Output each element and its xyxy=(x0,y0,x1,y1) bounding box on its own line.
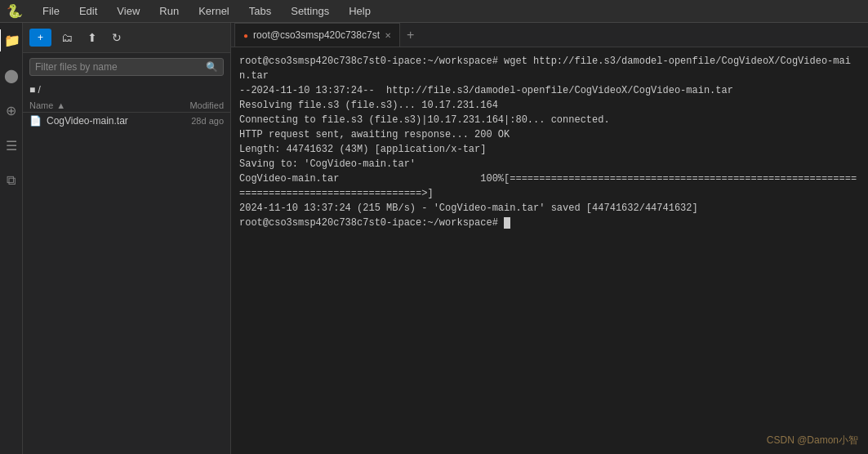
terminal-line: Length: 44741632 (43M) [application/x-ta… xyxy=(239,142,860,157)
extension-icon[interactable]: ⊕ xyxy=(2,100,20,122)
terminal-area: ● root@cso3smsp420c738c7st ✕ + root@cso3… xyxy=(231,23,868,454)
terminal-content[interactable]: root@cso3smsp420c738c7st0-ipace:~/worksp… xyxy=(231,47,868,454)
icon-bar: 📁 ⬤ ⊕ ☰ ⧉ xyxy=(0,23,23,454)
refresh-button[interactable]: ↻ xyxy=(107,28,127,47)
menu-settings[interactable]: Settings xyxy=(287,3,332,19)
file-name-label: CogVideo-main.tar xyxy=(47,115,158,127)
menu-edit[interactable]: Edit xyxy=(76,3,100,19)
puzzle-icon[interactable]: ⧉ xyxy=(3,170,19,191)
file-modified-label: 28d ago xyxy=(158,116,224,126)
terminal-cursor xyxy=(504,217,510,229)
search-input[interactable] xyxy=(35,61,206,73)
menu-bar: 🐍 File Edit View Run Kernel Tabs Setting… xyxy=(0,0,868,23)
tab-terminal-icon: ● xyxy=(243,31,248,40)
files-icon[interactable]: 📁 xyxy=(0,29,24,51)
col-name-header: Name ▲ xyxy=(29,100,158,110)
watermark: CSDN @Damon小智 xyxy=(767,434,858,447)
search-icon: 🔍 xyxy=(206,61,218,73)
sidebar-toolbar: + 🗂 ⬆ ↻ xyxy=(23,23,230,53)
upload-button[interactable]: ⬆ xyxy=(82,28,102,47)
tab-label: root@cso3smsp420c738c7st xyxy=(253,29,380,41)
circle-icon[interactable]: ⬤ xyxy=(1,65,22,87)
search-box: 🔍 xyxy=(29,58,224,76)
terminal-line: Saving to: 'CogVideo-main.tar' xyxy=(239,157,860,171)
new-tab-button[interactable]: + xyxy=(402,28,419,42)
terminal-line: root@cso3smsp420c738c7st0-ipace:~/worksp… xyxy=(239,54,860,83)
terminal-tab[interactable]: ● root@cso3smsp420c738c7st ✕ xyxy=(234,23,400,47)
new-file-button[interactable]: + xyxy=(29,29,51,47)
file-item[interactable]: 📄 CogVideo-main.tar 28d ago xyxy=(23,113,230,129)
terminal-line: 2024-11-10 13:37:24 (215 MB/s) - 'CogVid… xyxy=(239,201,860,216)
terminal-line: Connecting to file.s3 (file.s3)|10.17.23… xyxy=(239,113,860,127)
main-layout: 📁 ⬤ ⊕ ☰ ⧉ + 🗂 ⬆ ↻ 🔍 ■ / Name ▲ xyxy=(0,23,868,454)
file-type-icon: 📄 xyxy=(29,115,42,127)
menu-run[interactable]: Run xyxy=(156,3,182,19)
terminal-line: --2024-11-10 13:37:24-- http://file.s3/d… xyxy=(239,83,860,98)
sidebar: + 🗂 ⬆ ↻ 🔍 ■ / Name ▲ Modified 📄 CogVideo… xyxy=(23,23,231,454)
tab-close-icon[interactable]: ✕ xyxy=(385,31,391,40)
menu-help[interactable]: Help xyxy=(345,3,374,19)
file-path: ■ / xyxy=(23,81,230,99)
file-list-header: Name ▲ Modified xyxy=(23,99,230,113)
terminal-line: root@cso3smsp420c738c7st0-ipace:~/worksp… xyxy=(239,216,860,230)
plus-icon: + xyxy=(38,32,43,43)
app-logo: 🐍 xyxy=(7,3,23,19)
menu-file[interactable]: File xyxy=(39,3,63,19)
terminal-line: HTTP request sent, awaiting response... … xyxy=(239,127,860,142)
terminal-line: Resolving file.s3 (file.s3)... 10.17.231… xyxy=(239,98,860,113)
list-icon[interactable]: ☰ xyxy=(2,135,20,157)
menu-view[interactable]: View xyxy=(114,3,143,19)
menu-kernel[interactable]: Kernel xyxy=(195,3,233,19)
tab-bar: ● root@cso3smsp420c738c7st ✕ + xyxy=(231,23,868,47)
col-modified-header: Modified xyxy=(158,100,224,110)
new-folder-button[interactable]: 🗂 xyxy=(56,28,78,47)
file-list: 📄 CogVideo-main.tar 28d ago xyxy=(23,113,230,454)
terminal-line: CogVideo-main.tar 100%[=================… xyxy=(239,171,860,201)
menu-tabs[interactable]: Tabs xyxy=(246,3,274,19)
sort-arrow: ▲ xyxy=(56,100,65,110)
